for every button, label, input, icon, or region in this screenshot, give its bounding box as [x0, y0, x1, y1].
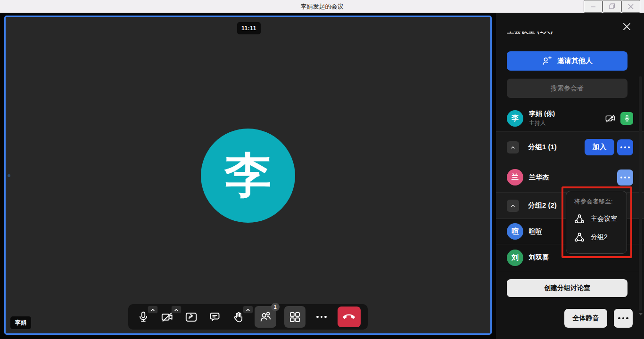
participant-row[interactable]: 兰 兰华杰 — [496, 162, 644, 193]
raise-hand-options-chevron[interactable] — [243, 306, 253, 314]
sidebar-scrollbar[interactable] — [639, 76, 642, 311]
app-window: 李娟发起的会议 11:11 李 李娟 — [0, 0, 644, 339]
group2-label: 分组2 (2) — [528, 201, 557, 210]
mic-button[interactable] — [135, 309, 151, 325]
more-icon — [618, 317, 628, 320]
person-plus-icon — [542, 56, 553, 66]
layout-button[interactable] — [284, 306, 305, 328]
participants-button[interactable]: 1 — [255, 306, 276, 328]
scroll-down-arrow[interactable] — [639, 313, 643, 315]
avatar: 李 — [507, 110, 523, 127]
group1-join-button[interactable]: 加入 — [585, 139, 614, 155]
layout-grid-icon — [289, 311, 301, 323]
more-icon — [620, 146, 630, 148]
group1-collapse-button[interactable] — [507, 141, 519, 153]
close-icon — [628, 4, 634, 9]
raise-hand-button[interactable] — [231, 309, 247, 325]
move-participant-menu: 将参会者移至: 主会议室 分组2 — [566, 191, 627, 254]
group1-header-row: 分组1 (1) 加入 — [496, 132, 644, 162]
participant-name: 刘双喜 — [529, 253, 549, 262]
more-button[interactable] — [314, 309, 330, 325]
breakout-room-icon — [574, 214, 585, 224]
group2-collapse-button[interactable] — [507, 200, 519, 212]
avatar: 兰 — [507, 169, 523, 186]
minimize-icon — [590, 4, 596, 9]
close-icon — [622, 22, 631, 31]
participant-name: 兰华杰 — [529, 173, 549, 182]
chevron-up-icon — [510, 202, 516, 209]
share-screen-button[interactable] — [183, 309, 199, 325]
restore-button[interactable] — [603, 0, 621, 13]
minimize-button[interactable] — [584, 0, 603, 13]
create-breakout-button[interactable]: 创建分组讨论室 — [507, 279, 627, 297]
chevron-up-icon — [173, 307, 180, 313]
camera-options-chevron[interactable] — [171, 306, 182, 314]
microphone-icon — [623, 114, 631, 122]
invite-others-button[interactable]: 邀请其他人 — [507, 51, 627, 71]
video-tile: 11:11 李 李娟 — [4, 16, 492, 335]
window-title: 李娟发起的会议 — [301, 2, 344, 11]
panel-header-clipped: 主会议室 (1人) — [507, 32, 611, 36]
mute-all-button[interactable]: 全体静音 — [564, 309, 607, 328]
chevron-up-icon — [510, 144, 516, 151]
camera-button[interactable] — [159, 309, 175, 325]
participant-name: 李娟 (你) — [529, 110, 555, 118]
participants-icon — [259, 310, 272, 323]
search-participants-button[interactable]: 搜索参会者 — [507, 79, 627, 98]
more-icon — [620, 177, 630, 178]
participants-count-badge: 1 — [271, 303, 280, 311]
speaker-name-tag: 李娟 — [10, 316, 31, 329]
participants-panel: 主会议室 (1人) 邀请其他人 搜索参会者 李 李娟 (你) 主持人 — [496, 13, 644, 339]
avatar: 刘 — [507, 250, 523, 266]
invite-others-label: 邀请其他人 — [557, 56, 593, 65]
share-screen-icon — [185, 311, 198, 323]
move-menu-item-label: 分组2 — [591, 233, 608, 242]
avatar: 喧 — [507, 223, 523, 240]
end-call-button[interactable] — [338, 307, 361, 327]
move-to-main-room-item[interactable]: 主会议室 — [574, 214, 627, 224]
participant-name: 喧喧 — [529, 227, 542, 236]
chat-button[interactable] — [207, 309, 223, 325]
mic-options-chevron[interactable] — [148, 306, 158, 314]
meeting-toolbar: 1 — [128, 304, 368, 330]
group1-more-button[interactable] — [617, 139, 633, 155]
restore-icon — [609, 3, 615, 9]
titlebar: 李娟发起的会议 — [0, 0, 644, 13]
meeting-timer: 11:11 — [237, 22, 261, 34]
move-menu-item-label: 主会议室 — [591, 215, 617, 223]
more-icon — [316, 316, 327, 318]
breakout-room-icon — [574, 232, 585, 242]
chat-icon — [208, 311, 221, 323]
group1-label: 分组1 (1) — [528, 143, 557, 152]
panel-close-button[interactable] — [621, 21, 632, 32]
participant-role: 主持人 — [529, 119, 555, 127]
participant-more-button[interactable] — [617, 170, 633, 186]
move-menu-title: 将参会者移至: — [574, 197, 627, 206]
search-participants-label: 搜索参会者 — [551, 84, 584, 93]
window-controls — [584, 0, 640, 13]
panel-drag-dot[interactable] — [8, 174, 10, 177]
chevron-up-icon — [149, 307, 156, 313]
end-call-icon — [343, 311, 355, 323]
speaker-avatar: 李 — [201, 129, 295, 223]
chevron-up-icon — [245, 307, 251, 313]
move-to-group2-item[interactable]: 分组2 — [574, 232, 627, 242]
camera-off-icon — [605, 113, 616, 124]
mic-on-button[interactable] — [620, 112, 633, 125]
participant-row-self[interactable]: 李 李娟 (你) 主持人 — [496, 105, 644, 132]
panel-more-button[interactable] — [614, 309, 633, 328]
close-button[interactable] — [621, 0, 640, 13]
